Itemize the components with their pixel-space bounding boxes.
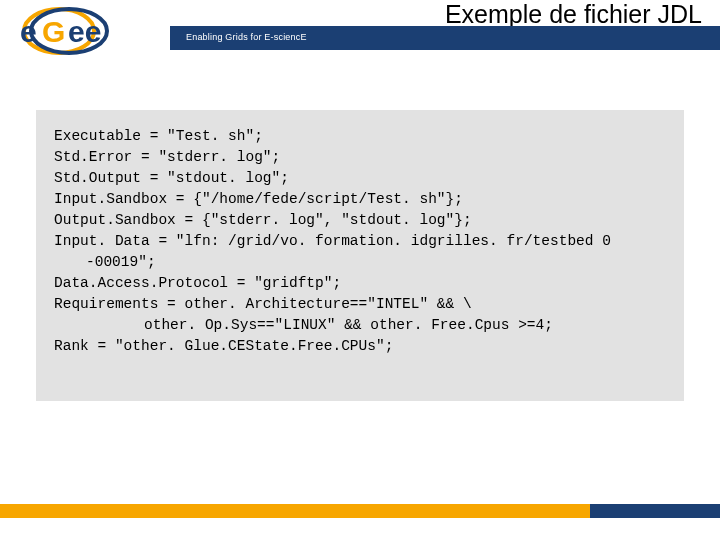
code-line: Executable = "Test. sh"; xyxy=(54,126,666,147)
svg-text:ee: ee xyxy=(68,15,101,48)
code-line: Requirements = other. Architecture=="INT… xyxy=(54,294,666,315)
slide-header: e G ee Exemple de fichier JDL Enabling G… xyxy=(0,0,720,60)
code-line: Input.Sandbox = {"/home/fede/script/Test… xyxy=(54,189,666,210)
code-line: Data.Access.Protocol = "gridftp"; xyxy=(54,273,666,294)
svg-text:e: e xyxy=(20,15,37,48)
slide-title: Exemple de fichier JDL xyxy=(180,0,702,29)
egee-logo: e G ee xyxy=(14,6,164,56)
code-line: Output.Sandbox = {"stderr. log", "stdout… xyxy=(54,210,666,231)
code-line: Std.Error = "stderr. log"; xyxy=(54,147,666,168)
footer-strip xyxy=(590,504,720,518)
code-line: other. Op.Sys=="LINUX" && other. Free.Cp… xyxy=(54,315,666,336)
svg-text:G: G xyxy=(42,15,65,48)
jdl-code-block: Executable = "Test. sh"; Std.Error = "st… xyxy=(36,110,684,401)
tagline: Enabling Grids for E-sciencE xyxy=(186,32,307,42)
code-line: Rank = "other. Glue.CEState.Free.CPUs"; xyxy=(54,336,666,357)
code-line: Std.Output = "stdout. log"; xyxy=(54,168,666,189)
code-line: Input. Data = "lfn: /grid/vo. formation.… xyxy=(54,231,666,273)
